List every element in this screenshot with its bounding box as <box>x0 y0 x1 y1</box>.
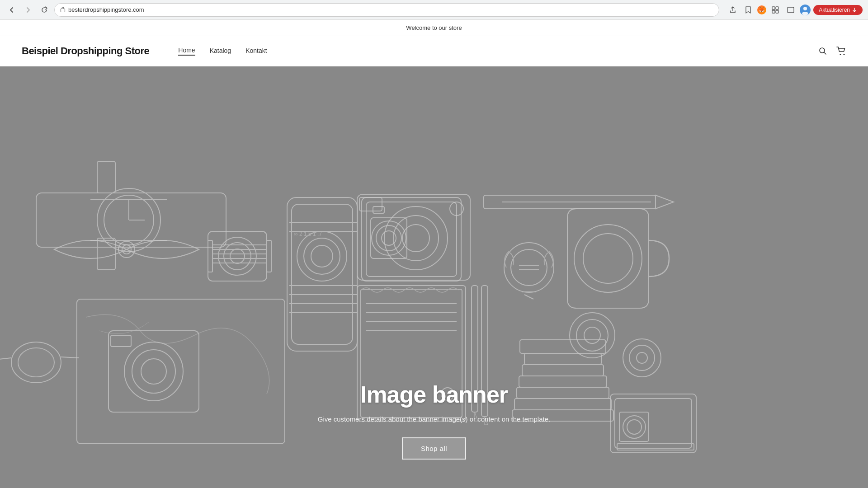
svg-rect-4 <box>776 10 778 13</box>
hero-subtitle: Give customers details about the banner … <box>318 415 550 423</box>
bookmark-button[interactable] <box>742 4 755 16</box>
svg-point-9 <box>840 54 841 55</box>
nav-home[interactable]: Home <box>178 47 195 56</box>
header-actions <box>818 47 846 56</box>
svg-rect-3 <box>772 10 775 13</box>
site-logo: Beispiel Dropshipping Store <box>22 45 149 57</box>
share-button[interactable] <box>726 4 739 16</box>
address-bar[interactable]: besterdropshippingstore.com <box>54 3 719 17</box>
browser-actions: 🦊 Aktualisieren <box>726 4 863 16</box>
site-nav: Home Katalog Kontakt <box>178 47 267 56</box>
svg-point-8 <box>820 48 825 53</box>
url-text: besterdropshippingstore.com <box>68 6 144 13</box>
hero-section: ∞ 2 1.5 1 .7 <box>0 66 868 488</box>
nav-kontakt[interactable]: Kontakt <box>245 47 267 55</box>
svg-point-7 <box>802 12 808 15</box>
hero-title: Image banner <box>318 381 550 408</box>
svg-text:∞  2  1.5  1  .7: ∞ 2 1.5 1 .7 <box>294 231 322 237</box>
browser-chrome: besterdropshippingstore.com 🦊 Aktualisie… <box>0 0 868 20</box>
nav-katalog[interactable]: Katalog <box>210 47 231 55</box>
hero-content: Image banner Give customers details abou… <box>318 381 550 488</box>
site-banner: Welcome to our store <box>0 20 868 36</box>
firefox-icon: 🦊 <box>757 5 766 14</box>
update-button[interactable]: Aktualisieren <box>813 5 863 15</box>
back-button[interactable] <box>5 4 18 16</box>
svg-rect-0 <box>61 9 65 12</box>
svg-point-10 <box>844 54 845 55</box>
reload-button[interactable] <box>38 4 51 16</box>
search-button[interactable] <box>818 47 827 56</box>
lock-icon <box>60 6 66 14</box>
extensions-button[interactable] <box>769 4 782 16</box>
forward-button[interactable] <box>22 4 34 16</box>
svg-point-6 <box>803 7 807 10</box>
svg-point-64 <box>18 348 54 377</box>
cart-button[interactable] <box>836 47 846 56</box>
window-button[interactable] <box>784 4 797 16</box>
shop-all-button[interactable]: Shop all <box>402 437 466 460</box>
svg-rect-2 <box>776 7 778 9</box>
svg-rect-5 <box>788 7 794 13</box>
site-header: Beispiel Dropshipping Store Home Katalog… <box>0 36 868 66</box>
svg-rect-1 <box>772 7 775 9</box>
profile-avatar[interactable] <box>800 5 811 15</box>
